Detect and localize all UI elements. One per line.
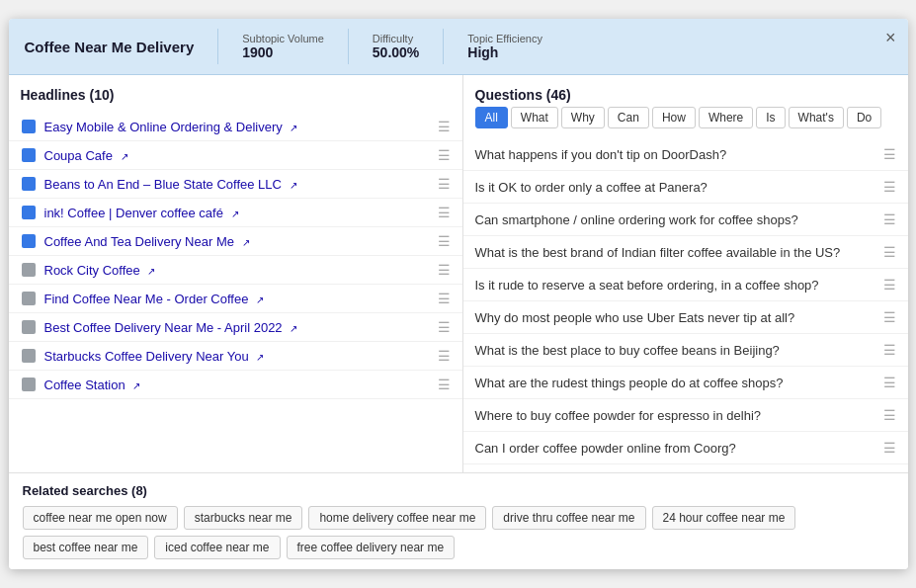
related-tag[interactable]: best coffee near me <box>23 536 149 559</box>
headline-item[interactable]: Beans to An End – Blue State Coffee LLC … <box>9 170 462 199</box>
headline-text: Rock City Coffee ↗ <box>44 263 430 278</box>
modal-header: Coffee Near Me Delivery Subtopic Volume … <box>9 19 908 75</box>
external-link-icon: ↗ <box>147 266 155 277</box>
question-item[interactable]: What happens if you don't tip on DoorDas… <box>463 138 908 171</box>
stat-subtopic-value: 1900 <box>242 44 273 60</box>
headline-text: Starbucks Coffee Delivery Near You ↗ <box>44 349 430 364</box>
question-item[interactable]: What is the best place to buy coffee bea… <box>463 334 908 367</box>
filter-tab-do[interactable]: Do <box>847 107 881 128</box>
options-icon[interactable]: ☰ <box>883 179 896 195</box>
related-tag[interactable]: drive thru coffee near me <box>492 506 645 530</box>
options-icon[interactable]: ☰ <box>438 147 451 163</box>
external-link-icon: ↗ <box>256 352 264 363</box>
filter-tab-how[interactable]: How <box>652 107 696 128</box>
options-icon[interactable]: ☰ <box>438 377 451 392</box>
favicon-icon <box>21 319 37 335</box>
headline-item[interactable]: Best Coffee Delivery Near Me - April 202… <box>9 313 462 342</box>
stat-difficulty-label: Difficulty <box>373 33 413 44</box>
options-icon[interactable]: ☰ <box>883 440 896 456</box>
favicon-icon <box>21 147 37 163</box>
options-icon[interactable]: ☰ <box>883 342 896 358</box>
close-button[interactable]: × <box>885 29 896 46</box>
filter-tab-what's[interactable]: What's <box>789 107 844 128</box>
options-icon[interactable]: ☰ <box>883 277 896 293</box>
options-icon[interactable]: ☰ <box>438 262 451 278</box>
options-icon[interactable]: ☰ <box>883 211 896 227</box>
external-link-icon: ↗ <box>132 380 140 391</box>
related-panel: Related searches (8) coffee near me open… <box>9 472 908 569</box>
headline-text: ink! Coffee | Denver coffee café ↗ <box>44 206 430 220</box>
favicon-icon <box>21 262 37 278</box>
headlines-panel: Headlines (10) Easy Mobile & Online Orde… <box>9 75 463 472</box>
question-text: What is the best place to buy coffee bea… <box>475 343 875 358</box>
question-item[interactable]: Can smartphone / online ordering work fo… <box>463 204 908 236</box>
options-icon[interactable]: ☰ <box>438 205 451 220</box>
stat-subtopic-label: Subtopic Volume <box>242 33 324 44</box>
question-item[interactable]: What is the best brand of Indian filter … <box>463 236 908 269</box>
headline-item[interactable]: ink! Coffee | Denver coffee café ↗ ☰ <box>9 199 462 227</box>
options-icon[interactable]: ☰ <box>883 146 896 162</box>
question-text: Can smartphone / online ordering work fo… <box>475 212 875 227</box>
question-text: Is it rude to reserve a seat before orde… <box>475 278 875 293</box>
options-icon[interactable]: ☰ <box>883 407 896 423</box>
related-tag[interactable]: iced coffee near me <box>154 536 280 559</box>
filter-tab-can[interactable]: Can <box>608 107 649 128</box>
related-tag[interactable]: starbucks near me <box>184 506 303 530</box>
related-tag[interactable]: coffee near me open now <box>23 506 178 530</box>
header-divider-1 <box>217 29 218 64</box>
question-item[interactable]: What are the rudest things people do at … <box>463 367 908 399</box>
options-icon[interactable]: ☰ <box>438 176 451 192</box>
external-link-icon: ↗ <box>121 151 128 162</box>
filter-tab-all[interactable]: All <box>475 107 508 128</box>
modal-body: Headlines (10) Easy Mobile & Online Orde… <box>9 75 908 472</box>
filter-tab-is[interactable]: Is <box>756 107 785 128</box>
question-text: Can I order coffee powder online from Co… <box>475 441 875 456</box>
question-text: What happens if you don't tip on DoorDas… <box>475 147 875 162</box>
header-divider-2 <box>348 29 349 64</box>
headline-item[interactable]: Rock City Coffee ↗ ☰ <box>9 256 462 285</box>
related-tags: coffee near me open nowstarbucks near me… <box>23 506 894 559</box>
related-tag[interactable]: 24 hour coffee near me <box>652 506 796 530</box>
options-icon[interactable]: ☰ <box>438 119 451 134</box>
external-link-icon: ↗ <box>290 180 297 191</box>
external-link-icon: ↗ <box>256 294 264 305</box>
headline-text: Coffee And Tea Delivery Near Me ↗ <box>44 234 430 249</box>
question-item[interactable]: Why do most people who use Uber Eats nev… <box>463 301 908 334</box>
headline-text: Beans to An End – Blue State Coffee LLC … <box>44 177 430 192</box>
headline-item[interactable]: Coffee And Tea Delivery Near Me ↗ ☰ <box>9 227 462 256</box>
question-text: What are the rudest things people do at … <box>475 376 875 390</box>
filter-tab-what[interactable]: What <box>511 107 558 128</box>
headlines-title: Headlines (10) <box>9 87 462 113</box>
external-link-icon: ↗ <box>290 123 297 133</box>
options-icon[interactable]: ☰ <box>438 233 451 249</box>
question-item[interactable]: Where to buy coffee powder for espresso … <box>463 399 908 432</box>
headline-item[interactable]: Coupa Cafe ↗ ☰ <box>9 141 462 170</box>
options-icon[interactable]: ☰ <box>883 375 896 390</box>
options-icon[interactable]: ☰ <box>438 319 451 335</box>
headline-item[interactable]: Coffee Station ↗ ☰ <box>9 371 462 399</box>
options-icon[interactable]: ☰ <box>438 291 451 306</box>
questions-header: Questions (46) AllWhatWhyCanHowWhereIsWh… <box>463 87 908 138</box>
question-text: Why do most people who use Uber Eats nev… <box>475 310 875 325</box>
question-item[interactable]: Is it OK to order only a coffee at Paner… <box>463 171 908 204</box>
filter-tab-where[interactable]: Where <box>699 107 753 128</box>
question-item[interactable]: Is it rude to reserve a seat before orde… <box>463 269 908 301</box>
favicon-icon <box>21 377 37 392</box>
question-text: What is the best brand of Indian filter … <box>475 245 875 260</box>
favicon-icon <box>21 233 37 249</box>
filter-tab-why[interactable]: Why <box>561 107 605 128</box>
external-link-icon: ↗ <box>231 209 239 219</box>
headline-item[interactable]: Easy Mobile & Online Ordering & Delivery… <box>9 113 462 141</box>
stat-efficiency-value: High <box>467 44 498 60</box>
related-tag[interactable]: home delivery coffee near me <box>308 506 486 530</box>
headline-item[interactable]: Find Coffee Near Me - Order Coffee ↗ ☰ <box>9 285 462 313</box>
stat-efficiency-label: Topic Efficiency <box>467 33 542 44</box>
options-icon[interactable]: ☰ <box>883 244 896 260</box>
headlines-list: Easy Mobile & Online Ordering & Delivery… <box>9 113 462 399</box>
question-item[interactable]: Can I order coffee powder online from Co… <box>463 432 908 464</box>
options-icon[interactable]: ☰ <box>883 309 896 325</box>
related-tag[interactable]: free coffee delivery near me <box>287 536 456 559</box>
main-modal: Coffee Near Me Delivery Subtopic Volume … <box>9 19 908 569</box>
options-icon[interactable]: ☰ <box>438 348 451 364</box>
headline-item[interactable]: Starbucks Coffee Delivery Near You ↗ ☰ <box>9 342 462 371</box>
